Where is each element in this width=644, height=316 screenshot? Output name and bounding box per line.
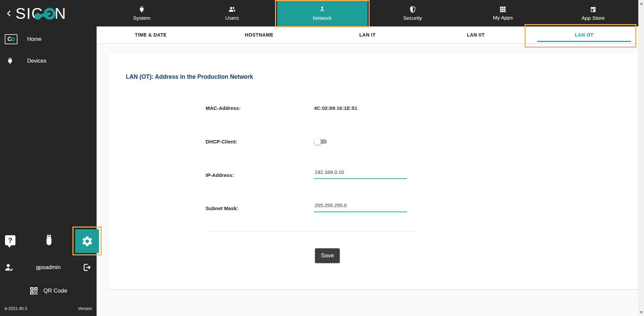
page-title: LAN (OT): Address in the Production Netw… bbox=[126, 73, 253, 80]
content-area: LAN (OT): Address in the Production Netw… bbox=[97, 44, 638, 316]
back-chevron-icon[interactable] bbox=[5, 9, 13, 18]
grid-icon bbox=[499, 6, 506, 13]
nav-item-app-store[interactable]: App Store bbox=[548, 0, 638, 26]
logo-dumbbell-icon bbox=[34, 7, 56, 22]
mac-address-value: 4C:02:89:16:1E:51 bbox=[314, 105, 357, 111]
network-sub-tabs: TIME & DATE HOSTNAME LAN IT LAN IIT LAN … bbox=[97, 26, 638, 44]
nav-item-system[interactable]: System bbox=[97, 0, 187, 26]
nav-item-users[interactable]: Users bbox=[187, 0, 277, 26]
nav-item-label: Users bbox=[225, 15, 239, 21]
username-label: gpsadmin bbox=[0, 264, 97, 271]
shield-icon bbox=[409, 6, 417, 13]
tab-label: LAN OT bbox=[575, 32, 594, 38]
tab-label: LAN IT bbox=[359, 32, 376, 38]
tab-label: LAN IIT bbox=[467, 32, 485, 38]
help-button[interactable]: ? bbox=[5, 235, 15, 245]
gear-icon bbox=[81, 235, 93, 247]
ip-address-input[interactable] bbox=[314, 169, 407, 179]
sicon-logo-mini-icon: C bbox=[5, 34, 17, 44]
toggle-knob bbox=[314, 138, 321, 145]
help-glyph: ? bbox=[8, 236, 12, 244]
version-label: Version bbox=[78, 306, 92, 311]
qr-code-label: QR Code bbox=[44, 288, 67, 294]
tab-label: HOSTNAME bbox=[245, 32, 273, 38]
nav-item-label: Network bbox=[313, 15, 332, 21]
sicon-admin-page: SIC N C Home bbox=[0, 0, 644, 316]
usb-device-button[interactable] bbox=[44, 234, 54, 247]
scrollbar-down-arrow[interactable] bbox=[640, 311, 643, 314]
scrollbar[interactable] bbox=[638, 0, 644, 316]
lan-ot-card: LAN (OT): Address in the Production Netw… bbox=[108, 53, 638, 289]
nav-item-network[interactable]: Network bbox=[277, 0, 367, 26]
logo-row: SIC N bbox=[0, 0, 97, 26]
logout-button[interactable] bbox=[83, 263, 92, 272]
version-row: b-2021.40.3 Version bbox=[0, 301, 97, 316]
logo-text-suffix: N bbox=[55, 6, 66, 21]
ip-address-label: IP-Address: bbox=[206, 172, 234, 178]
subnet-mask-input[interactable] bbox=[314, 202, 407, 212]
tab-lan-ot[interactable]: LAN OT bbox=[530, 26, 638, 43]
sidebar-item-home[interactable]: C Home bbox=[0, 31, 97, 47]
nav-item-label: Security bbox=[403, 15, 422, 21]
sicon-logo[interactable]: SIC N bbox=[15, 5, 66, 22]
mac-address-label: MAC-Address: bbox=[206, 105, 240, 111]
tab-lan-iit[interactable]: LAN IIT bbox=[422, 26, 530, 43]
help-icon: ? bbox=[5, 235, 15, 245]
nav-item-label: System bbox=[133, 15, 151, 21]
users-icon bbox=[228, 5, 236, 13]
qr-code-button[interactable]: QR Code bbox=[0, 282, 97, 299]
subnet-mask-label: Subnet Mask: bbox=[206, 205, 238, 211]
store-icon bbox=[589, 6, 597, 13]
sidebar-item-devices[interactable]: Devices bbox=[0, 53, 97, 69]
nav-item-label: My Apps bbox=[493, 15, 513, 21]
tab-lan-it[interactable]: LAN IT bbox=[313, 26, 422, 43]
plug-icon bbox=[138, 6, 146, 13]
nav-item-security[interactable]: Security bbox=[368, 0, 458, 26]
network-icon bbox=[318, 6, 326, 13]
dhcp-client-label: DHCP-Client: bbox=[206, 139, 237, 144]
tab-label: TIME & DATE bbox=[135, 32, 167, 38]
plug-icon bbox=[6, 57, 14, 65]
top-navigation: System Users Network Security bbox=[97, 0, 638, 26]
build-number: b-2021.40.3 bbox=[5, 306, 27, 311]
qr-code-icon bbox=[30, 287, 38, 295]
sidebar-item-label: Home bbox=[27, 36, 42, 42]
usb-icon bbox=[44, 234, 54, 247]
tab-hostname[interactable]: HOSTNAME bbox=[205, 26, 313, 43]
form-divider bbox=[206, 232, 417, 232]
settings-button[interactable] bbox=[75, 229, 99, 253]
save-button[interactable]: Save bbox=[315, 248, 340, 263]
nav-item-my-apps[interactable]: My Apps bbox=[458, 0, 548, 26]
scrollbar-up-arrow[interactable] bbox=[640, 2, 643, 5]
sidebar-item-label: Devices bbox=[27, 58, 46, 64]
nav-item-label: App Store bbox=[582, 15, 605, 21]
logout-icon bbox=[83, 263, 92, 272]
user-row: gpsadmin bbox=[0, 259, 97, 275]
dhcp-toggle[interactable] bbox=[314, 138, 327, 145]
sidebar: SIC N C Home bbox=[0, 0, 97, 316]
tab-time-date[interactable]: TIME & DATE bbox=[97, 26, 205, 43]
